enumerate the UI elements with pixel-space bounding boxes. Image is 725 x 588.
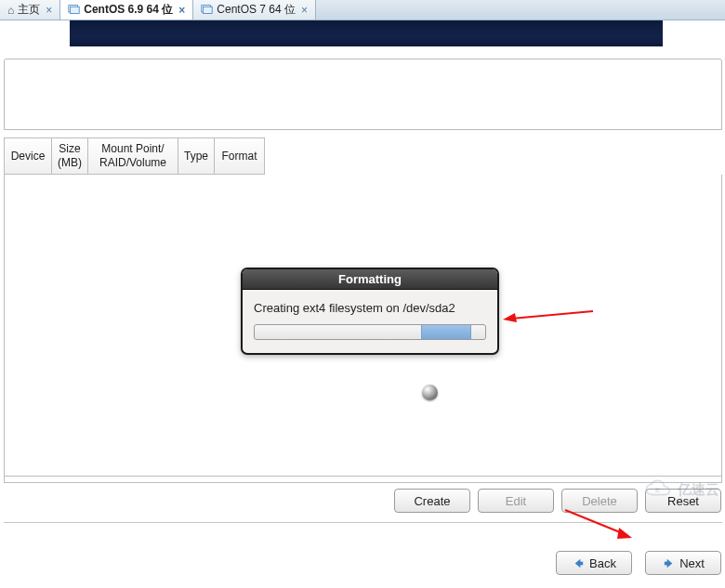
svg-marker-5 — [503, 313, 517, 322]
annotation-arrow-next — [561, 506, 641, 543]
col-type[interactable]: Type — [178, 137, 215, 175]
formatting-dialog: Formatting Creating ext4 filesystem on /… — [241, 268, 499, 355]
svg-marker-8 — [617, 528, 632, 539]
progress-indicator — [421, 325, 472, 339]
installer-banner — [70, 20, 663, 46]
partition-bottom-strip — [4, 477, 722, 483]
partition-table-header: Device Size (MB) Mount Point/ RAID/Volum… — [4, 137, 722, 175]
watermark-text: 亿速云 — [678, 481, 719, 499]
tab-label: 主页 — [18, 2, 40, 18]
next-label: Next — [679, 556, 705, 570]
create-button[interactable]: Create — [394, 489, 470, 513]
tab-label: CentOS 6.9 64 位 — [84, 2, 173, 18]
tab-centos6[interactable]: CentOS 6.9 64 位 × — [60, 0, 193, 20]
tab-centos7[interactable]: CentOS 7 64 位 × — [193, 0, 316, 20]
svg-rect-1 — [71, 7, 80, 13]
loading-icon — [422, 385, 438, 400]
svg-line-4 — [511, 311, 593, 319]
disk-graphic-panel — [4, 59, 722, 130]
edit-button: Edit — [478, 489, 554, 513]
back-button[interactable]: Back — [556, 551, 632, 575]
tab-label: CentOS 7 64 位 — [217, 2, 296, 18]
close-icon[interactable]: × — [299, 4, 310, 17]
col-format[interactable]: Format — [214, 137, 265, 175]
svg-rect-12 — [665, 561, 668, 565]
dialog-title: Formatting — [243, 269, 497, 290]
close-icon[interactable]: × — [177, 4, 187, 17]
close-icon[interactable]: × — [44, 4, 54, 17]
partition-table-area: Formatting Creating ext4 filesystem on /… — [4, 175, 722, 477]
home-icon: ⌂ — [7, 4, 14, 17]
svg-line-7 — [565, 510, 625, 534]
col-device[interactable]: Device — [4, 137, 52, 175]
col-size[interactable]: Size (MB) — [51, 137, 88, 175]
vm-tab-bar: ⌂ 主页 × CentOS 6.9 64 位 × CentOS 7 64 位 × — [0, 0, 725, 20]
nav-buttons: Back Next — [0, 523, 725, 575]
back-label: Back — [589, 556, 616, 570]
watermark: E 亿速云 — [644, 479, 719, 500]
cloud-icon: E — [644, 479, 674, 500]
vm-icon — [68, 4, 80, 16]
dialog-message: Creating ext4 filesystem on /dev/sda2 — [254, 301, 486, 315]
annotation-arrow-dialog — [500, 300, 598, 322]
col-mount-point[interactable]: Mount Point/ RAID/Volume — [87, 137, 178, 175]
progress-bar — [254, 324, 486, 340]
vm-icon — [201, 4, 213, 16]
arrow-right-icon — [662, 556, 676, 570]
svg-rect-3 — [204, 7, 213, 13]
tab-home[interactable]: ⌂ 主页 × — [0, 0, 60, 20]
arrow-left-icon — [572, 556, 586, 570]
svg-rect-10 — [579, 561, 583, 565]
svg-text:E: E — [655, 486, 660, 494]
next-button[interactable]: Next — [645, 551, 721, 575]
